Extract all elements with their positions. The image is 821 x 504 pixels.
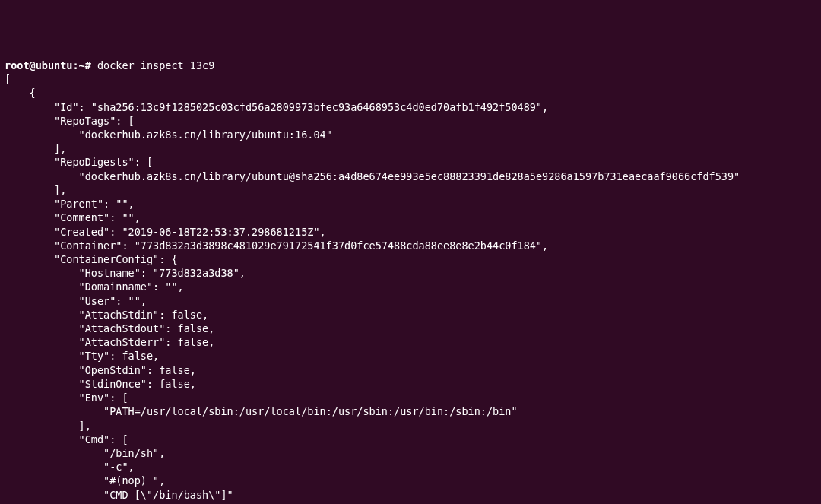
terminal-output: [ { "Id": "sha256:13c9f1285025c03cfd56a2… [5, 72, 816, 504]
shell-prompt: root@ubuntu:~# [5, 59, 97, 71]
shell-command[interactable]: docker inspect 13c9 [97, 59, 214, 71]
